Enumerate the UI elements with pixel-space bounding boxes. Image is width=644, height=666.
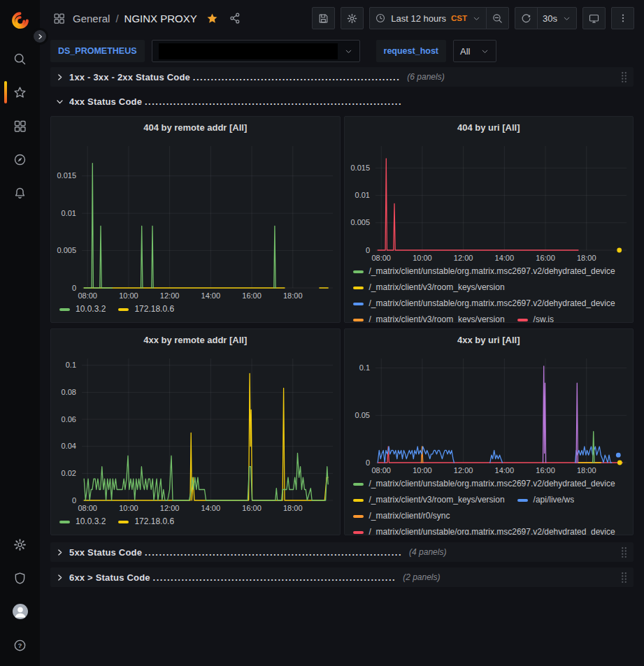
sidebar-item-server-admin[interactable] <box>5 561 36 595</box>
main-area: General / NGINX PROXY <box>40 0 644 666</box>
legend-item[interactable]: /_matrix/client/unstable/org.matrix.msc2… <box>353 477 615 491</box>
legend-item[interactable]: /_matrix/client/unstable/org.matrix.msc2… <box>353 265 615 278</box>
variable-request-host-select[interactable]: All <box>453 40 496 62</box>
row-header-6xx[interactable]: 6xx > Status Code ......................… <box>50 567 634 587</box>
row-drag-handle[interactable] <box>620 545 629 560</box>
toolbar: Last 12 hours CST 30s <box>312 7 634 29</box>
chart-canvas[interactable]: 00.020.040.060.080.108:0010:0012:0014:00… <box>51 350 340 515</box>
svg-text:18:00: 18:00 <box>283 291 303 300</box>
gear-icon <box>13 537 27 552</box>
legend-item[interactable]: /_matrix/client/unstable/org.matrix.msc2… <box>353 297 615 310</box>
svg-text:?: ? <box>18 642 22 649</box>
legend-item[interactable]: /_matrix/client/r0/sync <box>353 509 450 523</box>
chart-404-by-uri[interactable]: 00.0050.010.01508:0010:0012:0014:0016:00… <box>345 138 634 265</box>
svg-text:0.005: 0.005 <box>57 246 76 254</box>
legend-marker <box>59 308 70 311</box>
legend-label: /_matrix/client/v3/room_keys/version <box>369 313 505 322</box>
panel-title[interactable]: 4xx by uri [All] <box>345 331 634 350</box>
legend-label: /_matrix/client/unstable/org.matrix.msc2… <box>369 297 615 310</box>
panel-title[interactable]: 4xx by remote addr [All] <box>51 331 340 350</box>
share-button[interactable] <box>227 10 243 26</box>
chevron-down-icon <box>562 14 571 23</box>
breadcrumb-section[interactable]: General <box>73 13 110 24</box>
chart-canvas[interactable]: 00.050.108:0010:0012:0014:0016:0018:00 <box>345 350 634 477</box>
row-header-4xx[interactable]: 4xx Status Code ........................… <box>50 92 634 110</box>
legend-item[interactable]: 10.0.3.2 <box>59 515 106 528</box>
sidebar-item-help[interactable]: ? <box>5 628 36 662</box>
row-drag-handle[interactable] <box>620 70 629 85</box>
legend-marker <box>353 287 364 289</box>
legend-item[interactable]: /_matrix/client/v3/room_keys/version <box>353 313 505 322</box>
cycle-view-mode-button[interactable] <box>582 7 606 29</box>
legend-item[interactable]: /_matrix/client/unstable/org.matrix.msc2… <box>353 526 615 535</box>
chevron-right-icon <box>55 548 64 557</box>
chart-4xx-by-remote-addr[interactable]: 00.020.040.060.080.108:0010:0012:0014:00… <box>51 350 340 515</box>
dashboard-canvas: 1xx - 3xx - 2xx Status Code ............… <box>40 66 644 666</box>
legend-item[interactable]: /_matrix/client/v3/room_keys/version <box>353 493 505 507</box>
save-dashboard-button[interactable] <box>312 7 335 29</box>
svg-text:16:00: 16:00 <box>536 466 555 475</box>
chevron-right-icon <box>55 573 64 582</box>
chart-legend: 10.0.3.2172.18.0.6 <box>51 303 340 322</box>
svg-text:10:00: 10:00 <box>119 291 138 300</box>
row-title: 6xx > Status Code ......................… <box>69 572 396 583</box>
sidebar-item-alerting[interactable] <box>5 176 36 210</box>
sidebar-top-nav <box>5 42 36 210</box>
svg-text:10:00: 10:00 <box>413 466 432 475</box>
breadcrumb-separator: / <box>115 13 118 24</box>
panel-title[interactable]: 404 by remote addr [All] <box>51 118 340 138</box>
chart-404-by-remote-addr[interactable]: 00.0050.010.01508:0010:0012:0014:0016:00… <box>51 138 340 303</box>
legend-item[interactable]: 172.18.0.6 <box>118 515 174 528</box>
svg-text:0.01: 0.01 <box>355 191 369 199</box>
row-header-1xx-3xx-2xx[interactable]: 1xx - 3xx - 2xx Status Code ............… <box>50 67 634 87</box>
chart-legend: /_matrix/client/unstable/org.matrix.msc2… <box>345 477 634 535</box>
legend-marker <box>353 319 364 321</box>
chart-canvas[interactable]: 00.0050.010.01508:0010:0012:0014:0016:00… <box>345 138 634 265</box>
favorite-button[interactable] <box>204 10 220 27</box>
time-range-picker[interactable]: Last 12 hours CST <box>369 7 487 29</box>
help-icon: ? <box>13 638 27 653</box>
variable-datasource-select[interactable] <box>152 40 360 62</box>
sidebar-item-explore[interactable] <box>5 143 36 176</box>
sidebar-item-starred[interactable] <box>5 75 36 109</box>
sidebar-item-search[interactable] <box>5 42 36 75</box>
svg-text:14:00: 14:00 <box>494 466 514 475</box>
refresh-interval-dropdown[interactable]: 30s <box>537 7 577 29</box>
legend-item[interactable]: /api/live/ws <box>517 493 575 507</box>
variable-request-host-value: All <box>460 46 470 57</box>
legend-item[interactable]: /_matrix/client/v3/room_keys/version <box>353 281 505 294</box>
legend-item[interactable]: /sw.js <box>517 313 554 322</box>
svg-text:0.005: 0.005 <box>350 218 370 226</box>
sidebar-item-configuration[interactable] <box>5 528 36 561</box>
grafana-logo-icon <box>10 10 31 31</box>
more-options-button[interactable] <box>611 7 634 29</box>
save-icon <box>317 13 329 24</box>
chart-canvas[interactable]: 00.0050.010.01508:0010:0012:0014:0016:00… <box>51 138 340 303</box>
zoom-out-time-button[interactable] <box>486 7 509 29</box>
row-panel-count: (4 panels) <box>409 547 446 557</box>
sidebar-expand-button[interactable] <box>34 30 46 43</box>
shield-icon <box>13 571 27 586</box>
sidebar-bottom-nav: ? <box>5 528 36 662</box>
legend-item[interactable]: 10.0.3.2 <box>59 303 106 316</box>
chart-legend: /_matrix/client/unstable/org.matrix.msc2… <box>345 265 634 322</box>
legend-label: /_matrix/client/unstable/org.matrix.msc2… <box>369 526 615 535</box>
sidebar-item-dashboards[interactable] <box>5 109 36 143</box>
search-icon <box>13 52 27 66</box>
breadcrumb: General / NGINX PROXY <box>73 13 197 24</box>
chart-4xx-by-uri[interactable]: 00.050.108:0010:0012:0014:0016:0018:00 <box>345 350 634 477</box>
legend-label: 172.18.0.6 <box>134 515 174 528</box>
legend-label: 172.18.0.6 <box>134 303 174 316</box>
panel-title[interactable]: 404 by uri [All] <box>345 118 634 138</box>
sidebar-item-profile[interactable] <box>5 595 36 628</box>
row-drag-handle[interactable] <box>620 570 629 585</box>
grafana-logo[interactable] <box>10 10 31 31</box>
svg-text:0: 0 <box>365 458 369 467</box>
svg-text:0.015: 0.015 <box>350 164 370 172</box>
refresh-button[interactable] <box>515 7 538 29</box>
panel-404-by-remote-addr: 404 by remote addr [All] 00.0050.010.015… <box>50 116 341 323</box>
row-header-5xx[interactable]: 5xx Status Code ........................… <box>50 542 634 562</box>
legend-item[interactable]: 172.18.0.6 <box>118 303 174 316</box>
legend-marker <box>353 483 364 486</box>
dashboard-settings-button[interactable] <box>341 7 364 29</box>
